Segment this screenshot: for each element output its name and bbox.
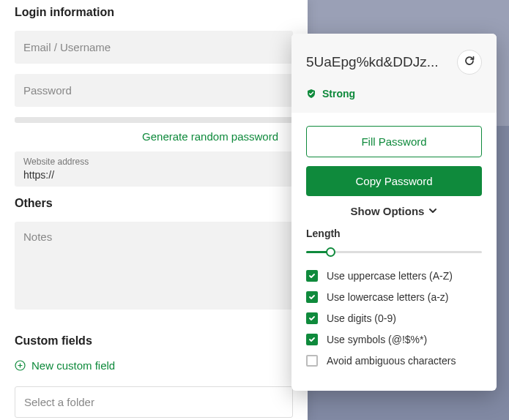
checkbox[interactable] [306,355,318,367]
generate-password-link[interactable]: Generate random password [15,130,293,143]
option-label: Avoid ambiguous characters [327,355,456,367]
option-row[interactable]: Use uppercase letters (A-Z) [306,270,482,282]
password-input[interactable] [15,74,293,107]
copy-password-button[interactable]: Copy Password [306,166,482,196]
custom-fields-section-title: Custom fields [15,334,293,348]
option-label: Use digits (0-9) [327,312,396,324]
website-label: Website address [23,157,89,167]
option-label: Use symbols (@!$%*) [327,334,427,345]
popup-header: 5UaEpg%kd&DDJz... Strong [291,34,497,113]
fill-password-button[interactable]: Fill Password [306,126,482,157]
popup-body: Fill Password Copy Password Show Options… [291,113,497,391]
others-section-title: Others [15,197,293,210]
generated-password-preview: 5UaEpg%kd&DDJz... [306,54,439,70]
email-input[interactable] [15,31,293,64]
shield-check-icon [306,89,316,99]
show-options-toggle[interactable]: Show Options [306,205,482,217]
checkbox[interactable] [306,334,318,345]
plus-circle-icon [15,360,26,371]
option-row[interactable]: Use symbols (@!$%*) [306,334,482,345]
folder-select[interactable]: Select a folder [15,386,293,418]
strength-label: Strong [322,88,355,100]
chevron-down-icon [428,205,437,217]
option-row[interactable]: Use digits (0-9) [306,312,482,324]
password-field-wrapper [15,74,293,107]
checkbox[interactable] [306,270,318,282]
password-generator-popup: 5UaEpg%kd&DDJz... Strong Fill Password C… [291,34,497,391]
length-label: Length [306,228,482,239]
show-options-label: Show Options [351,205,425,217]
checkbox[interactable] [306,291,318,303]
form-panel: Login information Generate random passwo… [0,0,308,420]
email-field-wrapper [15,31,293,64]
refresh-icon [464,55,475,70]
new-custom-field-label: New custom field [31,359,115,372]
option-row[interactable]: Use lowercase letters (a-z) [306,291,482,303]
new-custom-field-link[interactable]: New custom field [15,359,293,372]
notes-textarea[interactable] [15,222,293,310]
option-label: Use uppercase letters (A-Z) [327,270,453,282]
regenerate-button[interactable] [457,50,482,75]
password-strength-bar [15,117,293,123]
checkbox[interactable] [306,312,318,324]
strength-indicator: Strong [306,88,482,100]
login-section-title: Login information [15,6,293,19]
option-label: Use lowercase letters (a-z) [327,291,449,303]
length-slider[interactable] [306,247,482,257]
website-field-wrapper: Website address [15,151,293,187]
slider-thumb[interactable] [326,247,335,257]
option-row[interactable]: Avoid ambiguous characters [306,355,482,367]
